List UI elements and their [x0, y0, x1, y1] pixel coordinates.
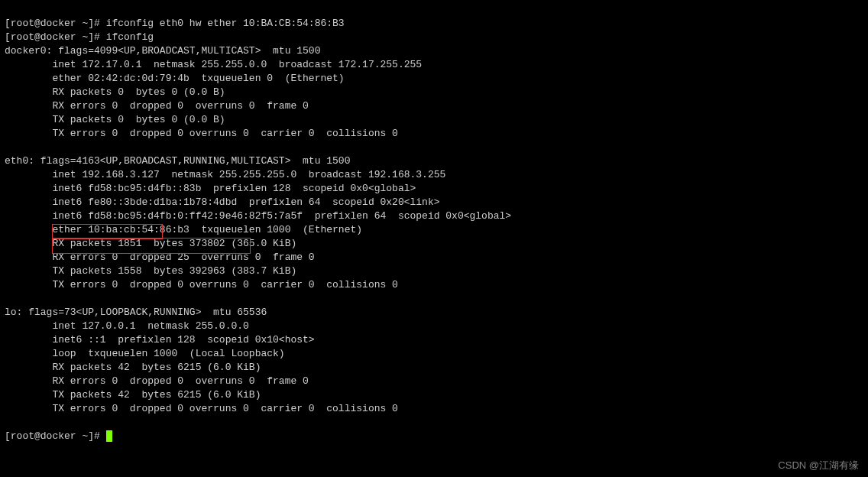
iface-line: TX packets 0 bytes 0 (0.0 B) [5, 114, 225, 125]
iface-line: RX errors 0 dropped 0 overruns 0 frame 0 [5, 100, 309, 112]
iface-line: TX errors 0 dropped 0 overruns 0 carrier… [5, 279, 398, 290]
iface-header: lo: flags=73<UP,LOOPBACK,RUNNING> mtu 65… [5, 307, 267, 318]
iface-line: RX packets 42 bytes 6215 (6.0 KiB) [5, 362, 261, 373]
iface-line: TX errors 0 dropped 0 overruns 0 carrier… [5, 403, 398, 414]
iface-line: inet 127.0.0.1 netmask 255.0.0.0 [5, 320, 249, 332]
prompt: [root@docker ~]# [5, 31, 106, 43]
iface-line: inet 172.17.0.1 netmask 255.255.0.0 broa… [5, 59, 422, 70]
iface-line: TX packets 1558 bytes 392963 (383.7 KiB) [5, 265, 296, 277]
iface-line: inet 192.168.3.127 netmask 255.255.255.0… [5, 169, 445, 180]
iface-line: inet6 fe80::3bde:d1ba:1b78:4dbd prefixle… [5, 196, 440, 208]
iface-header: docker0: flags=4099<UP,BROADCAST,MULTICA… [5, 45, 320, 57]
iface-line: TX errors 0 dropped 0 overruns 0 carrier… [5, 128, 398, 139]
terminal-output[interactable]: [root@docker ~]# ifconfig eth0 hw ether … [0, 0, 868, 446]
iface-ether-highlighted: ether 10:ba:cb:54:86:b3 [5, 224, 196, 235]
iface-line: RX errors 0 dropped 0 overruns 0 frame 0 [5, 375, 309, 387]
command-text: ifconfig [106, 31, 154, 43]
iface-line: RX errors 0 dropped 25 overruns 0 frame … [5, 251, 315, 263]
iface-line: txqueuelen 1000 (Ethernet) [196, 224, 362, 235]
iface-line: ether 02:42:dc:0d:79:4b txqueuelen 0 (Et… [5, 73, 345, 84]
iface-line: inet6 fd58:bc95:d4fb::83b prefixlen 128 … [5, 183, 416, 194]
iface-line: loop txqueuelen 1000 (Local Loopback) [5, 348, 285, 359]
iface-line: RX packets 0 bytes 0 (0.0 B) [5, 86, 225, 98]
command-text: ifconfig eth0 hw ether 10:BA:CB:54:86:B3 [106, 18, 345, 29]
iface-line: inet6 fd58:bc95:d4fb:0:f [5, 210, 196, 222]
iface-header: eth0: flags=4163<UP,BROADCAST,RUNNING,MU… [5, 155, 350, 167]
watermark-text: CSDN @江湖有缘 [778, 459, 859, 472]
iface-line: f42:9e46:82f5:7a5f prefixlen 64 scopeid … [196, 210, 511, 222]
iface-line: inet6 ::1 prefixlen 128 scopeid 0x10<hos… [5, 334, 315, 346]
cursor-icon[interactable] [106, 430, 112, 442]
iface-line: RX packets 1851 bytes 373802 (365.0 KiB) [5, 238, 296, 249]
prompt: [root@docker ~]# [5, 430, 106, 442]
prompt: [root@docker ~]# [5, 18, 106, 29]
iface-line: TX packets 42 bytes 6215 (6.0 KiB) [5, 389, 261, 401]
